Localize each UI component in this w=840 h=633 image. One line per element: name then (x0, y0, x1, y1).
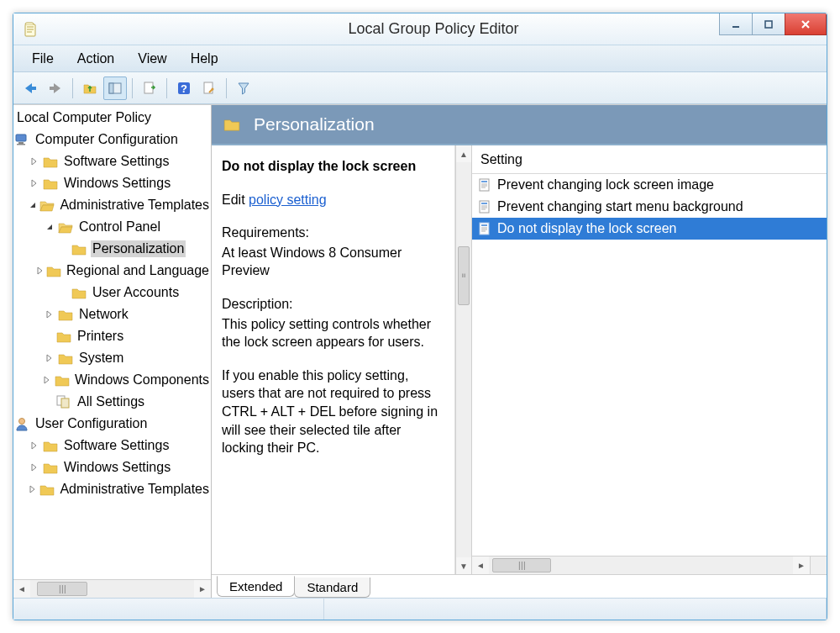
svg-rect-2 (765, 21, 772, 28)
list-item[interactable]: Prevent changing start menu background (472, 196, 827, 218)
tab-standard[interactable]: Standard (294, 578, 370, 598)
tree-label: Regional and Language (65, 262, 211, 279)
tree-user-accounts[interactable]: User Accounts (13, 282, 211, 303)
tree-software-settings-user[interactable]: Software Settings (13, 435, 211, 456)
menu-action[interactable]: Action (66, 48, 126, 70)
tree-admin-templates-user[interactable]: Administrative Templates (13, 478, 211, 500)
computer-icon (13, 132, 30, 147)
expander-collapsed-icon[interactable] (29, 462, 40, 473)
tree-label: All Settings (76, 393, 146, 410)
scroll-right-button[interactable]: ► (194, 580, 211, 598)
list-item[interactable]: Prevent changing lock screen image (472, 174, 827, 196)
tree-label: Software Settings (62, 437, 171, 454)
tree-horizontal-scrollbar[interactable]: ◄ ǀǀǀ ► (13, 579, 211, 598)
window-title: Local Group Policy Editor (40, 20, 827, 38)
tree-user-configuration[interactable]: User Configuration (13, 413, 211, 435)
up-one-level-button[interactable] (78, 76, 102, 100)
expander-collapsed-icon[interactable] (44, 309, 55, 320)
tree-admin-templates[interactable]: Administrative Templates (13, 194, 211, 216)
expander-collapsed-icon[interactable] (27, 483, 38, 495)
titlebar[interactable]: Local Group Policy Editor (13, 13, 827, 45)
svg-rect-12 (204, 82, 213, 93)
middle-vertical-scrollbar[interactable]: ▲ ≡ ▼ (455, 145, 472, 574)
requirements-label: Requirements: (222, 224, 444, 242)
policy-item-icon (477, 177, 492, 193)
expander-collapsed-icon[interactable] (29, 440, 40, 451)
tree-windows-settings[interactable]: Windows Settings (13, 172, 211, 194)
tree-body[interactable]: Local Computer Policy Computer Configura… (13, 105, 211, 579)
tree-label: Personalization (91, 240, 186, 257)
tree-windows-settings-user[interactable]: Windows Settings (13, 456, 211, 478)
expander-collapsed-icon[interactable] (29, 177, 40, 189)
folder-icon (57, 351, 74, 366)
tree-network[interactable]: Network (13, 303, 211, 325)
scroll-track[interactable]: ǀǀǀ (489, 557, 793, 574)
tree-computer-configuration[interactable]: Computer Configuration (13, 129, 211, 150)
policy-item-icon (477, 199, 492, 214)
toolbar-separator (132, 78, 133, 98)
tree-root-label: Local Computer Policy (15, 109, 153, 126)
maximize-button[interactable] (752, 13, 785, 35)
menu-view[interactable]: View (126, 48, 178, 70)
scroll-down-button[interactable]: ▼ (456, 557, 471, 574)
tree-system[interactable]: System (13, 347, 211, 369)
back-button[interactable] (18, 76, 42, 100)
expander-collapsed-icon[interactable] (41, 374, 52, 386)
tree-label: Control Panel (77, 219, 162, 235)
folder-icon (71, 241, 87, 256)
menubar: File Action View Help (13, 45, 827, 72)
help-button[interactable]: ? (172, 76, 196, 100)
svg-rect-18 (61, 398, 69, 408)
list-item[interactable]: Do not display the lock screen (472, 218, 827, 240)
scroll-track[interactable]: ǀǀǀ (30, 580, 194, 598)
expander-collapsed-icon[interactable] (29, 156, 40, 167)
expander-collapsed-icon[interactable] (36, 265, 45, 277)
menu-help[interactable]: Help (179, 48, 230, 70)
window-controls (720, 13, 827, 45)
tree-all-settings[interactable]: All Settings (13, 391, 211, 413)
tree-label: User Configuration (34, 415, 149, 432)
forward-button[interactable] (44, 76, 67, 100)
tree-windows-components[interactable]: Windows Components (13, 369, 211, 391)
scroll-thumb[interactable]: ≡ (458, 246, 470, 305)
svg-rect-16 (17, 144, 25, 145)
scroll-track[interactable]: ≡ (456, 162, 471, 557)
folder-icon (57, 307, 74, 322)
menu-file[interactable]: File (20, 48, 66, 70)
scroll-thumb[interactable]: ǀǀǀ (37, 582, 87, 596)
edit-label: Edit (222, 193, 245, 207)
tree-regional[interactable]: Regional and Language (13, 260, 211, 282)
expander-collapsed-icon[interactable] (44, 352, 55, 364)
tree-control-panel[interactable]: Control Panel (13, 216, 211, 238)
view-tabs: Extended Standard (212, 574, 827, 598)
close-button[interactable] (785, 13, 827, 35)
export-list-button[interactable] (138, 76, 161, 100)
expander-expanded-icon[interactable] (27, 199, 38, 211)
svg-rect-31 (481, 224, 487, 226)
edit-policy-link[interactable]: policy setting (249, 193, 327, 207)
tree-root[interactable]: Local Computer Policy (13, 107, 211, 129)
expander-expanded-icon[interactable] (44, 221, 55, 233)
tree-personalization[interactable]: Personalization (13, 238, 211, 260)
svg-rect-0 (25, 24, 35, 36)
status-cell (324, 599, 827, 620)
tree-printers[interactable]: Printers (13, 325, 211, 347)
list-horizontal-scrollbar[interactable]: ◄ ǀǀǀ ► (472, 556, 810, 574)
show-hide-tree-button[interactable] (103, 76, 127, 100)
settings-list[interactable]: Prevent changing lock screen image Preve… (472, 174, 827, 556)
tab-extended[interactable]: Extended (217, 576, 295, 597)
svg-point-19 (19, 419, 25, 425)
settings-column-header[interactable]: Setting (472, 145, 827, 174)
filter-button[interactable] (232, 76, 255, 100)
minimize-button[interactable] (719, 13, 753, 35)
folder-open-icon (39, 198, 55, 213)
details-pane: Personalization Do not display the lock … (212, 105, 827, 598)
scroll-thumb[interactable]: ǀǀǀ (492, 558, 551, 572)
scroll-left-button[interactable]: ◄ (13, 580, 30, 598)
scroll-up-button[interactable]: ▲ (456, 145, 471, 162)
tree-software-settings[interactable]: Software Settings (13, 150, 211, 172)
scroll-left-button[interactable]: ◄ (472, 557, 489, 574)
scroll-right-button[interactable]: ► (793, 557, 810, 574)
svg-rect-14 (16, 135, 26, 141)
properties-button[interactable] (197, 76, 221, 100)
